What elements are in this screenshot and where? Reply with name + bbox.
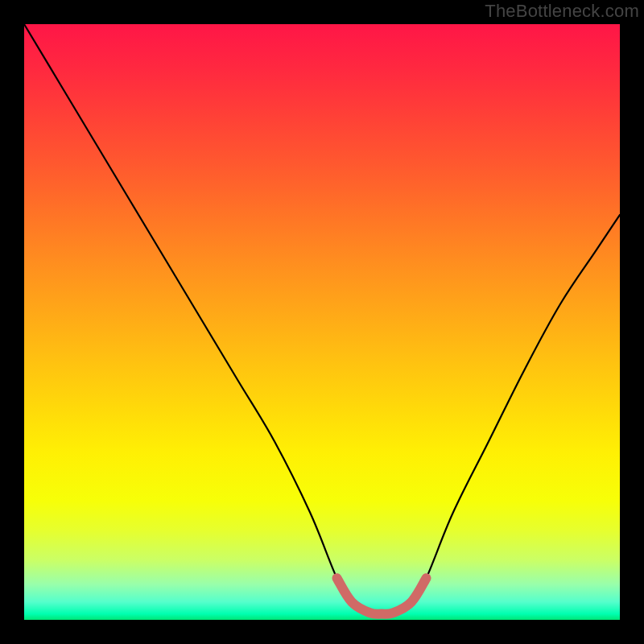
chart-frame: TheBottleneck.com	[0, 0, 644, 644]
optimal-zone-path	[337, 578, 427, 614]
watermark-text: TheBottleneck.com	[485, 1, 639, 22]
bottleneck-curve-path	[24, 24, 620, 616]
chart-svg	[24, 24, 620, 620]
plot-area	[24, 24, 620, 620]
